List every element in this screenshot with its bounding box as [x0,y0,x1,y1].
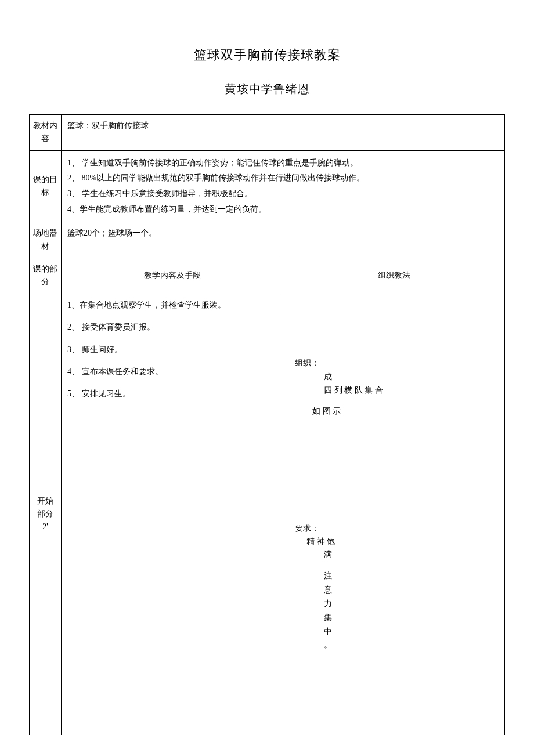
req-char: 注 [324,569,499,583]
document-page: 篮球双手胸前传接球教案 黄垓中学鲁绪恩 教材内容 篮球：双手胸前传接球 课的目标… [0,0,534,756]
row-equipment: 场地器材 篮球20个；篮球场一个。 [30,222,505,258]
document-subtitle: 黄垓中学鲁绪恩 [29,81,505,97]
content-goals: 1、 学生知道双手胸前传接球的正确动作姿势；能记住传球的重点是手腕的弹动。 2、… [62,150,505,222]
label-start-section: 开始 部分 2' [30,294,62,735]
req-char: 中 [324,625,499,639]
label-material: 教材内容 [30,115,62,151]
document-title: 篮球双手胸前传接球教案 [29,46,505,64]
start-label-2: 部分 [31,508,60,520]
org-line: 四 列 横 队 集 合 [295,384,499,397]
req-char: 力 [324,597,499,611]
start-label-1: 开始 [31,495,60,508]
row-material: 教材内容 篮球：双手胸前传接球 [30,115,505,151]
start-item: 4、 宣布本课任务和要求。 [67,366,277,378]
content-equipment: 篮球20个；篮球场一个。 [62,222,505,258]
req-label: 要求： [295,522,499,535]
goal-item: 3、 学生在练习中乐意接受教师指导，并积极配合。 [67,186,499,202]
start-label-3: 2' [31,520,60,533]
header-mid: 教学内容及手段 [62,258,283,294]
org-line: 如 图 示 [295,405,499,418]
row-start-section: 开始 部分 2' 1、在集合地点观察学生，并检查学生服装。 2、 接受体育委员汇… [30,294,505,735]
req-char: 。 [324,638,499,652]
req-char: 集 [324,611,499,625]
goal-item: 1、 学生知道双手胸前传接球的正确动作姿势；能记住传球的重点是手腕的弹动。 [67,155,499,171]
req-vertical: 注 意 力 集 中 。 [295,569,499,652]
lesson-plan-table: 教材内容 篮球：双手胸前传接球 课的目标 1、 学生知道双手胸前传接球的正确动作… [29,114,505,735]
header-right: 组织教法 [283,258,505,294]
req-char: 意 [324,583,499,597]
row-goals: 课的目标 1、 学生知道双手胸前传接球的正确动作姿势；能记住传球的重点是手腕的弹… [30,150,505,222]
req-line: 精 神 饱 [295,536,499,548]
start-content: 1、在集合地点观察学生，并检查学生服装。 2、 接受体育委员汇报。 3、 师生问… [62,294,283,735]
label-equipment: 场地器材 [30,222,62,258]
start-item: 2、 接受体育委员汇报。 [67,321,277,334]
start-organization: 组织： 成 四 列 横 队 集 合 如 图 示 要求： 精 神 饱 满 注 意 … [283,294,505,735]
start-item: 1、在集合地点观察学生，并检查学生服装。 [67,299,277,312]
label-goals: 课的目标 [30,150,62,222]
goal-item: 4、学生能完成教师布置的练习量，并达到一定的负荷。 [67,202,499,218]
row-section-header: 课的部分 教学内容及手段 组织教法 [30,258,505,294]
start-item: 3、 师生问好。 [67,343,277,356]
org-label: 组织： [295,357,499,370]
req-line: 满 [295,548,499,561]
start-item: 5、 安排见习生。 [67,388,277,400]
org-line: 成 [295,371,499,384]
label-section: 课的部分 [30,258,62,294]
content-material: 篮球：双手胸前传接球 [62,115,505,151]
goal-item: 2、 80%以上的同学能做出规范的双手胸前传接球动作并在行进间做出传接球动作。 [67,171,499,186]
